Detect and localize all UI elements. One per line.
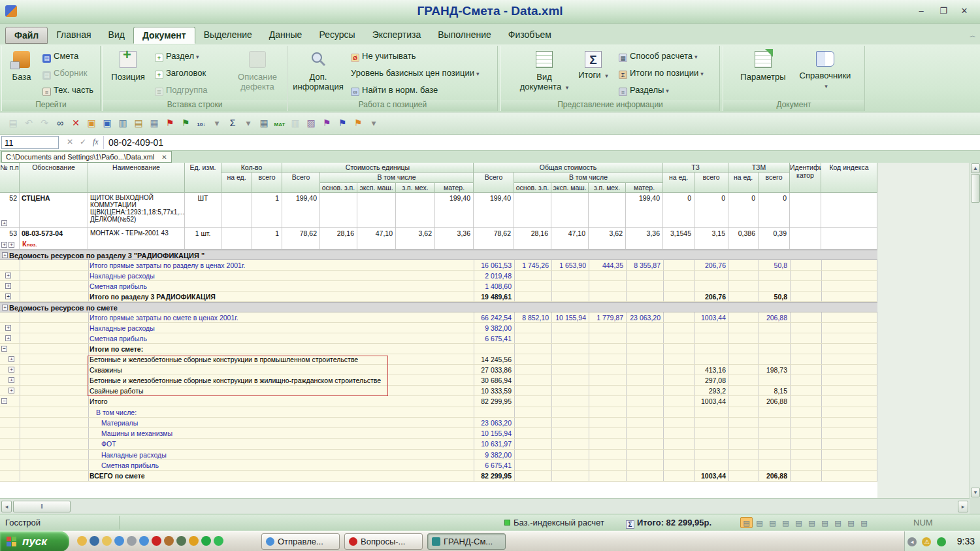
task-button-questions[interactable]: Вопросы-... [344, 533, 423, 550]
copy-icon[interactable]: ▥ [115, 116, 131, 129]
view-print-icon[interactable]: ▤ [858, 518, 870, 529]
column-header[interactable]: Всего [282, 173, 320, 193]
column-header[interactable]: Кол-во [221, 163, 282, 173]
subgroup-button[interactable]: ≣Подгруппа [155, 85, 208, 99]
column-header[interactable]: основ. з.п. [320, 183, 357, 193]
tab-document[interactable]: Документ [133, 27, 195, 44]
quick-launch-icon-10[interactable] [189, 536, 199, 546]
estimate-grid[interactable]: № п.пОбоснованиеНаименованиеЕд. изм.Кол-… [0, 163, 970, 498]
view-export-icon[interactable]: ▤ [832, 518, 844, 529]
collapse-icon[interactable]: − [1, 398, 7, 404]
document-tab-close-icon[interactable]: ✕ [161, 154, 167, 161]
column-header[interactable]: на ед. [663, 173, 694, 193]
position-totals-dropdown-icon[interactable]: ▾ [700, 71, 704, 77]
column-header[interactable]: ТЗ [663, 163, 728, 173]
delete-icon[interactable]: ✕ [68, 116, 84, 129]
expand-icon[interactable]: + [8, 377, 14, 383]
summary-row[interactable]: Накладные расходы2 019,48+ [0, 271, 877, 281]
column-header[interactable]: на ед. [728, 173, 759, 193]
sum-icon[interactable]: Σ [225, 116, 240, 129]
quick-launch-icon-3[interactable] [102, 536, 112, 546]
references-dropdown-icon[interactable]: ▾ [825, 83, 828, 90]
tray-status-icon[interactable]: ⚠ [922, 537, 931, 546]
tab-data[interactable]: Данные [261, 27, 311, 44]
quick-launch-icon-7[interactable] [152, 536, 161, 546]
insert-doc-icon[interactable]: ▣ [99, 116, 115, 129]
sum-dropdown-icon[interactable]: ▾ [240, 116, 256, 129]
summary-row[interactable]: Итого прямые затраты по разделу в ценах … [0, 260, 877, 271]
expand-icon[interactable]: + [2, 252, 8, 258]
flag-orange-icon[interactable]: ⚑ [350, 116, 366, 129]
quick-launch-icon-1[interactable] [77, 536, 87, 546]
column-header[interactable]: эксп. маш. [551, 183, 589, 193]
quick-launch-icon-6[interactable] [139, 536, 149, 546]
expand-icon[interactable]: + [8, 388, 14, 393]
column-header[interactable]: ТЗМ [728, 163, 790, 173]
expand-icon[interactable]: + [8, 242, 14, 248]
column-header[interactable]: Наименование [88, 163, 185, 193]
column-header[interactable]: всего [694, 173, 728, 193]
column-header[interactable]: з.п. мех. [589, 183, 626, 193]
column-header[interactable]: матер. [626, 183, 663, 193]
view-estimate-icon[interactable]: ▤ [740, 517, 753, 528]
summary-row[interactable]: Машины и механизмы10 155,94 [0, 428, 877, 439]
rounding-icon[interactable]: 10↓ [193, 118, 209, 131]
task-button-grand-smeta[interactable]: ГРАНД-См... [427, 533, 506, 550]
totals-button[interactable]: Σ Итоги ▾ [574, 48, 612, 99]
summary-row[interactable]: Сметная прибыль6 675,41 [0, 460, 877, 471]
view-report-icon[interactable]: ▤ [766, 518, 779, 529]
sections-button[interactable]: ≡Разделы▾ [619, 85, 669, 99]
summary-row[interactable]: Итого прямые затраты по смете в ценах 20… [0, 312, 877, 323]
paste-icon[interactable]: ▤ [131, 116, 146, 129]
undo-icon[interactable]: ↶ [21, 116, 37, 129]
position-totals-button[interactable]: ΣИтоги по позиции▾ [619, 68, 704, 82]
doc-view-button[interactable]: Вид документа ▾ [519, 48, 569, 99]
horizontal-scroll-thumb[interactable]: ‖ [13, 501, 71, 512]
flag-purple-icon[interactable]: ⚑ [319, 116, 335, 129]
column-header[interactable]: Обоснование [20, 163, 88, 193]
collapse-icon[interactable]: − [1, 346, 7, 352]
view-sign-icon[interactable]: ▤ [845, 518, 857, 529]
start-button[interactable]: пуск [0, 531, 69, 551]
scroll-left-icon[interactable]: ◂ [1, 501, 12, 512]
ignore-button[interactable]: ØНе учитывать [351, 51, 416, 65]
tray-agent-icon[interactable] [937, 537, 946, 546]
table-row[interactable]: 5308-03-573-04МОНТАЖ - ТЕРм-2001 431 шт.… [0, 228, 877, 250]
column-header[interactable]: всего [252, 173, 282, 193]
task-button-mail[interactable]: Отправле... [261, 533, 340, 550]
expand-icon[interactable]: + [2, 305, 8, 310]
tab-resources[interactable]: Ресурсы [310, 27, 363, 44]
column-header[interactable]: В том числе [320, 173, 474, 183]
summary-row[interactable]: Бетонные и железобетонные сборные констр… [0, 354, 877, 365]
summary-row[interactable]: Накладные расходы9 382,00+ [0, 323, 877, 333]
formula-confirm-icon[interactable]: ✓ [80, 137, 86, 146]
view-check-icon[interactable]: ▤ [819, 518, 831, 529]
column-header[interactable]: № п.п [0, 163, 20, 193]
summary-row[interactable]: Материалы23 063,20 [0, 418, 877, 428]
more-dropdown-icon[interactable]: ▾ [366, 116, 382, 129]
column-header[interactable]: Всего [474, 173, 514, 193]
formula-cancel-icon[interactable]: ✕ [67, 137, 73, 146]
view-resource-icon[interactable]: ▤ [753, 518, 766, 529]
quick-launch-icon-11[interactable] [201, 536, 211, 546]
letters-icon[interactable]: ▨ [303, 116, 319, 129]
column-header[interactable]: В том числе [514, 173, 663, 183]
quick-launch-icon-12[interactable] [214, 536, 223, 546]
references-button[interactable]: Справочники▾ [792, 48, 858, 99]
summary-row[interactable]: Накладные расходы9 382,00 [0, 450, 877, 460]
scroll-down-icon[interactable]: ▼ [971, 488, 980, 497]
tab-expertise[interactable]: Экспертиза [364, 27, 430, 44]
edit-doc-icon[interactable]: ▣ [84, 116, 99, 129]
expand-icon[interactable]: + [1, 242, 7, 248]
calc-method-dropdown-icon[interactable]: ▾ [694, 54, 698, 60]
view-tz-icon[interactable]: ▤ [779, 518, 792, 529]
scroll-right-icon[interactable]: ▸ [958, 501, 968, 512]
extra-info-button[interactable]: Доп. информация [291, 48, 346, 99]
minimize-button[interactable]: – [912, 5, 930, 17]
column-header[interactable]: матер. [435, 183, 474, 193]
flag-green-icon[interactable]: ⚑ [178, 116, 193, 129]
formula-value[interactable]: 08-02-409-01 [108, 137, 163, 148]
expand-icon[interactable]: + [5, 283, 11, 289]
summary-row[interactable]: Свайные работы10 333,59293,28,15+ [0, 386, 877, 396]
quick-launch-icon-2[interactable] [90, 536, 99, 546]
